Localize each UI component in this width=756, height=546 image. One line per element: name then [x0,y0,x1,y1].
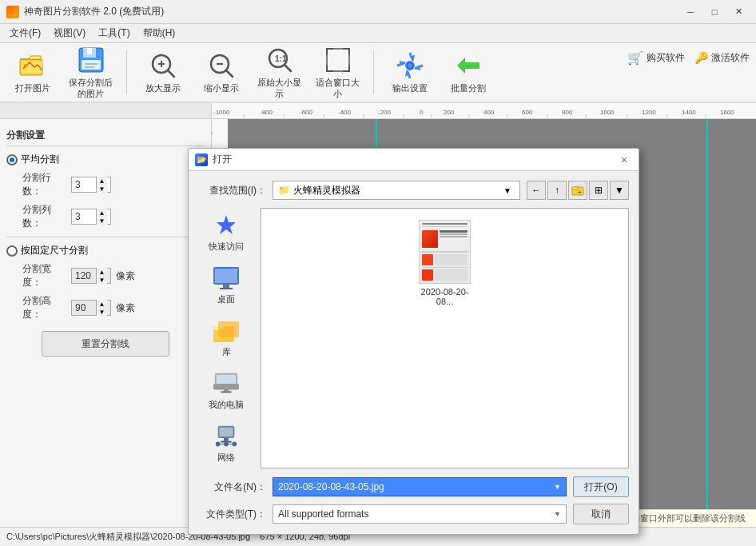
svg-rect-9 [85,66,94,68]
batch-split-button[interactable]: 批量分割 [442,46,494,98]
svg-rect-60 [572,187,578,189]
horizontal-ruler: -1000 -800 -600 -400 -200 0 200 400 600 … [212,103,756,119]
rows-label: 分割行数： [22,171,66,198]
top-right-buttons: 🛒 购买软件 🔑 激活软件 [627,48,750,67]
filetype-label: 文件类型(T)： [198,508,266,521]
radio-fixed-label: 按固定尺寸分割 [21,244,88,257]
library-icon [213,318,239,344]
save-image-button[interactable]: 保存分割后的图片 [65,46,117,98]
menu-help[interactable]: 帮助(H) [137,25,182,42]
svg-rect-65 [223,285,229,288]
split-line-2 [706,119,708,527]
buy-software-button[interactable]: 🛒 购买软件 [627,50,685,66]
minimize-button[interactable]: ─ [679,4,702,20]
menu-area: 文件(F) 视图(V) 工具(T) 帮助(H) 🛒 购买软件 🔑 激活软件 [0,24,756,43]
activate-software-button[interactable]: 🔑 激活软件 [694,51,750,65]
zoom-in-icon [149,51,177,80]
radio-fixed-split[interactable]: 按固定尺寸分割 [6,244,205,257]
radio-average-split[interactable]: 平均分割 [6,153,205,166]
zoom-original-button[interactable]: 1:1 原始大小显示 [253,46,305,98]
open-image-button[interactable]: 打开图片 [6,46,58,98]
height-row: 分割高度： 90 ▲ ▼ 像素 [22,294,205,321]
rows-down[interactable]: ▼ [97,185,107,193]
output-settings-button[interactable]: 输出设置 [384,46,436,98]
close-button[interactable]: ✕ [727,4,750,20]
dialog-icon: 📂 [195,153,208,166]
filename-row: 文件名(N)： 2020-08-20-08-43-05.jpg ▼ 打开(O) [198,476,629,497]
dialog-title-bar: 📂 打开 × [189,149,639,171]
height-up[interactable]: ▲ [97,300,107,308]
list-item[interactable]: 2020-08-20-08... [407,217,483,309]
width-up[interactable]: ▲ [97,268,107,276]
sidebar-item-network[interactable]: 网络 [198,419,254,468]
rows-input[interactable]: 3 ▲ ▼ [71,177,111,193]
svg-rect-20 [327,49,349,71]
svg-text:-600: -600 [300,109,313,116]
separator-1 [126,50,127,94]
filename-dropdown-arrow: ▼ [554,483,561,491]
network-label: 网络 [217,452,235,464]
settings-label: 输出设置 [392,83,428,94]
sidebar-item-quick-access[interactable]: 快速访问 [198,208,254,257]
width-down[interactable]: ▼ [97,276,107,284]
svg-line-13 [168,70,174,77]
svg-text:0: 0 [212,131,214,135]
library-label: 库 [222,346,231,358]
location-dropdown-button[interactable]: ▼ [500,181,515,199]
cancel-button[interactable]: 取消 [573,504,629,524]
filetype-value: All supported formats [278,508,368,520]
dialog-close-button[interactable]: × [616,152,632,168]
zoom-original-icon: 1:1 [265,46,294,74]
key-icon: 🔑 [694,51,708,64]
svg-text:1600: 1600 [720,109,734,116]
quick-access-icon [213,213,239,238]
width-input[interactable]: 120 ▲ ▼ [71,268,111,284]
sidebar-item-computer[interactable]: 我的电脑 [198,366,254,416]
svg-marker-1 [20,56,41,59]
nav-view-button[interactable]: ⊞ [589,181,608,200]
svg-text:1000: 1000 [600,109,615,116]
cols-input[interactable]: 3 ▲ ▼ [71,209,111,225]
rows-up[interactable]: ▲ [97,177,107,185]
svg-line-19 [284,65,291,71]
nav-back-button[interactable]: ← [527,181,546,200]
maximize-button[interactable]: □ [703,4,726,20]
height-spinner[interactable]: ▲ ▼ [96,300,107,316]
location-bar[interactable]: 📁 火蜂精灵模拟器 ▼ [273,181,520,200]
rows-spinner[interactable]: ▲ ▼ [96,177,107,193]
width-value: 120 [75,270,91,281]
reset-dividers-button[interactable]: 重置分割线 [42,331,169,357]
sidebar-item-library[interactable]: 库 [198,313,254,363]
svg-marker-23 [457,58,479,74]
cols-up[interactable]: ▲ [97,209,107,217]
open-button[interactable]: 打开(O) [573,476,629,497]
sidebar-item-desktop[interactable]: 桌面 [198,261,254,310]
fixed-size-group: 按固定尺寸分割 分割宽度： 120 ▲ ▼ 像素 分割高度： 90 [6,244,205,321]
zoom-fit-button[interactable]: 适合窗口大小 [312,46,364,98]
filename-value: 2020-08-20-08-43-05.jpg [278,481,554,492]
dialog-title-text: 打开 [213,153,232,166]
height-down[interactable]: ▼ [97,308,107,316]
zoom-out-button[interactable]: 缩小显示 [195,46,247,98]
title-bar-buttons: ─ □ ✕ [679,4,750,20]
filetype-select[interactable]: All supported formats ▼ [273,504,567,524]
cols-row: 分割列数： 3 ▲ ▼ [22,203,205,230]
buy-label: 购买软件 [647,51,685,65]
height-input[interactable]: 90 ▲ ▼ [71,300,111,316]
zoom-in-button[interactable]: 放大显示 [137,46,189,98]
svg-text:800: 800 [562,109,573,116]
menu-file[interactable]: 文件(F) [3,25,47,42]
nav-view-dropdown-button[interactable]: ▼ [610,181,629,200]
cols-down[interactable]: ▼ [97,217,107,225]
menu-tools[interactable]: 工具(T) [92,25,136,42]
filename-input[interactable]: 2020-08-20-08-43-05.jpg ▼ [273,477,567,496]
svg-rect-76 [220,428,233,436]
width-spinner[interactable]: ▲ ▼ [96,268,107,284]
cols-spinner[interactable]: ▲ ▼ [96,209,107,225]
average-split-group: 平均分割 分割行数： 3 ▲ ▼ 分割列数： 3 ▲ [6,153,205,230]
nav-new-folder-button[interactable]: + [568,181,587,200]
menu-view[interactable]: 视图(V) [47,25,92,42]
nav-up-button[interactable]: ↑ [547,181,567,200]
dialog-body: 查找范围(I)： 📁 火蜂精灵模拟器 ▼ ← ↑ + [189,171,639,534]
file-sidebar: 快速访问 桌面 [198,208,254,468]
